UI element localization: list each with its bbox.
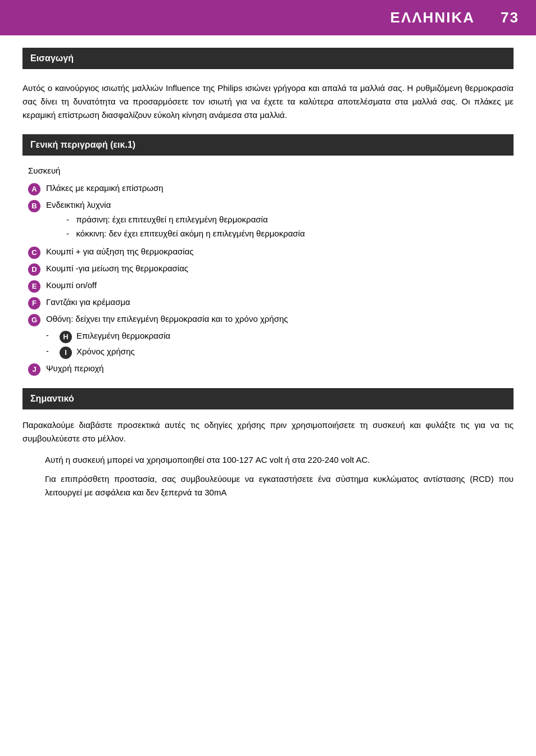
important-title: Σημαντικό	[30, 394, 74, 403]
important-section-header: Σημαντικό	[22, 388, 514, 409]
dash-i: -	[46, 345, 60, 357]
item-text-g: Οθόνη: δείχνει την επιλεγμένη θερμοκρασί…	[46, 313, 514, 326]
general-description-section: Γενική περιγραφή (εικ.1) Συσκευή A Πλάκε…	[22, 134, 514, 376]
item-label-i: I	[60, 347, 72, 359]
item-text-f: Γαντζάκι για κρέμασμα	[46, 296, 514, 309]
list-item-j: J Ψυχρή περιοχή	[28, 362, 514, 376]
sub-item: - κόκκινη: δεν έχει επιτευχθεί ακόμη η ε…	[66, 227, 514, 240]
general-description-header: Γενική περιγραφή (εικ.1)	[22, 134, 514, 156]
list-item: A Πλάκες με κεραμική επίστρωση	[28, 182, 514, 195]
sub-list-b: - πράσινη: έχει επιτευχθεί η επιλεγμένη …	[66, 213, 514, 240]
item-label-g: G	[28, 314, 40, 326]
intro-section: Εισαγωγή Αυτός ο καινούργιος ισιωτής μαλ…	[22, 48, 514, 122]
item-text-c: Κουμπί + για αύξηση της θερμοκρασίας	[46, 245, 514, 258]
list-item: G Οθόνη: δείχνει την επιλεγμένη θερμοκρα…	[28, 313, 514, 326]
important-block-1: Αυτή η συσκευή μπορεί να χρησιμοποιηθεί …	[45, 453, 514, 467]
description-list: A Πλάκες με κεραμική επίστρωση B Ενδεικτ…	[28, 182, 514, 376]
item-label-d: D	[28, 263, 40, 276]
list-item: E Κουμπί on/off	[28, 279, 514, 293]
item-label-a: A	[28, 183, 40, 195]
item-label-f: F	[28, 297, 40, 309]
intro-body: Αυτός ο καινούργιος ισιωτής μαλλιών Infl…	[22, 81, 514, 122]
nested-item-i: - I Χρόνος χρήσης	[46, 345, 514, 359]
item-text-j: Ψυχρή περιοχή	[46, 362, 514, 375]
general-description-title: Γενική περιγραφή (εικ.1)	[30, 140, 135, 149]
item-text-a: Πλάκες με κεραμική επίστρωση	[46, 182, 514, 195]
dash-h: -	[46, 330, 60, 341]
dash-prefix: -	[66, 215, 74, 224]
item-text-i: Χρόνος χρήσης	[76, 345, 135, 358]
item-text-b: Ενδεικτική λυχνία - πράσινη: έχει επιτευ…	[46, 199, 514, 243]
language-label: ΕΛΛΗΝΙΚΑ	[390, 9, 475, 26]
item-label-b: B	[28, 200, 40, 212]
list-item: C Κουμπί + για αύξηση της θερμοκρασίας	[28, 245, 514, 259]
list-item: B Ενδεικτική λυχνία - πράσινη: έχει επιτ…	[28, 199, 514, 243]
item-label-c: C	[28, 247, 40, 259]
important-block-2: Για επιπρόσθετη προστασία, σας συμβουλεύ…	[45, 472, 514, 499]
dash-prefix: -	[66, 229, 74, 238]
item-text-h: Επιλεγμένη θερμοκρασία	[76, 330, 170, 343]
important-section: Σημαντικό Παρακαλούμε διαβάστε προσεκτικ…	[22, 388, 514, 499]
nested-item-h: - H Επιλεγμένη θερμοκρασία	[46, 330, 514, 343]
page-header: ΕΛΛΗΝΙΚΑ 73	[0, 0, 536, 35]
list-item: D Κουμπί -για μείωση της θερμοκρασίας	[28, 262, 514, 276]
intro-title: Εισαγωγή	[30, 53, 74, 63]
item-text-d: Κουμπί -για μείωση της θερμοκρασίας	[46, 262, 514, 275]
item-label-e: E	[28, 280, 40, 293]
list-item: F Γαντζάκι για κρέμασμα	[28, 296, 514, 309]
sub-item: - πράσινη: έχει επιτευχθεί η επιλεγμένη …	[66, 213, 514, 226]
device-label: Συσκευή	[28, 165, 514, 177]
item-label-j: J	[28, 363, 40, 376]
item-label-h: H	[60, 331, 72, 343]
intro-section-header: Εισαγωγή	[22, 48, 514, 69]
important-body: Παρακαλούμε διαβάστε προσεκτικά αυτές τι…	[22, 418, 514, 445]
item-text-e: Κουμπί on/off	[46, 279, 514, 292]
page-number: 73	[501, 9, 519, 26]
